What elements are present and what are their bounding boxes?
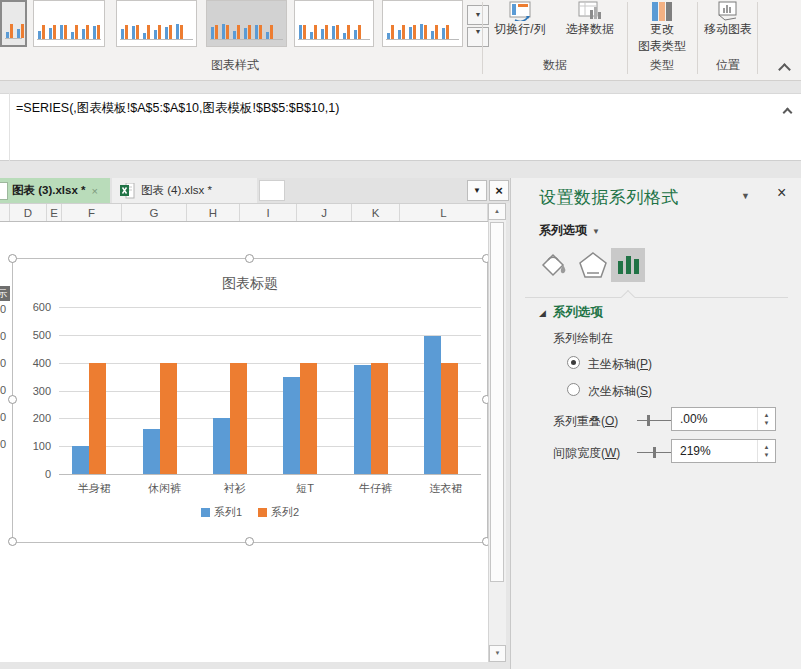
worksheet-area[interactable]: 示 000000 图表标题 0100200300400500600半身裙休闲裤衬… [0, 222, 488, 662]
close-window-button[interactable]: × [489, 180, 509, 201]
y-axis-tick-label: 600 [17, 301, 51, 313]
series-overlap-input[interactable]: .00% ▲▼ [671, 407, 776, 431]
mini-bar [409, 27, 412, 39]
mini-bar [233, 31, 236, 39]
chart-object[interactable]: 图表标题 0100200300400500600半身裙休闲裤衬衫短T牛仔裤连衣裙… [12, 258, 488, 543]
select-data-button[interactable]: 选择数据 [556, 0, 624, 56]
chart-style-thumbnail-2[interactable] [33, 0, 105, 47]
scroll-down-button[interactable]: ▼ [489, 645, 506, 662]
primary-axis-label: 主坐标轴(P) [588, 356, 652, 373]
series-overlap-label: 系列重叠(O) [553, 413, 618, 430]
slider-handle[interactable] [647, 415, 650, 426]
series-overlap-value[interactable]: .00% [680, 412, 707, 426]
mini-bar [82, 29, 85, 39]
effects-tab[interactable] [575, 248, 611, 282]
legend-item[interactable]: 系列2 [258, 505, 299, 520]
series-1-bar-2[interactable] [213, 418, 230, 474]
series-2-bar-1[interactable] [160, 363, 177, 474]
secondary-axis-radio[interactable] [567, 383, 580, 396]
column-header-E[interactable]: E [47, 204, 62, 221]
column-header-stub[interactable] [0, 204, 10, 221]
mini-bar [237, 25, 240, 39]
change-chart-type-button[interactable]: 更改 图表类型 [630, 0, 694, 56]
chart-style-thumbnail-1[interactable] [0, 0, 27, 47]
chart-title[interactable]: 图表标题 [13, 275, 487, 293]
spin-down-icon[interactable]: ▼ [764, 419, 770, 427]
chart-style-thumbnail-4[interactable] [206, 0, 287, 47]
column-header-H[interactable]: H [187, 204, 240, 221]
tab-workbook-3[interactable]: 图表 (3).xlsx * × [0, 178, 110, 203]
series-options-section-header[interactable]: ◢系列选项 [539, 304, 603, 321]
mini-bar [97, 25, 100, 39]
collapse-ribbon-button[interactable] [780, 60, 789, 78]
new-tab-button[interactable] [259, 180, 285, 201]
clipped-chart-element-badge: 示 [0, 286, 10, 301]
triangle-up-icon: ▲ [494, 208, 500, 214]
pane-options-dropdown[interactable]: ▼ [741, 191, 750, 201]
selection-handle[interactable] [8, 254, 17, 263]
spin-up-icon[interactable]: ▲ [764, 411, 770, 419]
legend-item[interactable]: 系列1 [201, 505, 242, 520]
chart-style-thumbnail-5[interactable] [294, 0, 374, 47]
mini-bar [343, 33, 346, 39]
chart-style-thumbnail-6[interactable] [382, 0, 463, 47]
vertical-scrollbar[interactable]: ▼ [488, 220, 506, 662]
series-2-bar-2[interactable] [230, 363, 247, 474]
series-1-bar-1[interactable] [143, 429, 160, 474]
column-header-D[interactable]: D [10, 204, 47, 221]
category-label-3: 短T [270, 481, 340, 496]
column-header-G[interactable]: G [122, 204, 187, 221]
selection-handle[interactable] [8, 395, 17, 404]
column-header-J[interactable]: J [297, 204, 352, 221]
tab-workbook-4[interactable]: 图表 (4).xlsx * [112, 178, 257, 203]
gap-width-label: 间隙宽度(W) [553, 445, 620, 462]
chart-legend[interactable]: 系列1系列2 [13, 505, 487, 520]
series-1-bar-5[interactable] [424, 336, 441, 474]
column-header-K[interactable]: K [352, 204, 400, 221]
mini-bar [6, 32, 9, 38]
collapse-formula-bar-button[interactable] [784, 102, 791, 120]
scrollbar-thumb[interactable] [490, 222, 504, 582]
column-header-F[interactable]: F [62, 204, 122, 221]
series-1-bar-4[interactable] [354, 365, 371, 474]
gap-width-value[interactable]: 219% [680, 444, 711, 458]
mini-bar [226, 25, 229, 39]
series-1-bar-3[interactable] [283, 377, 300, 474]
name-box-sliver [0, 93, 10, 161]
move-chart-label: 移动图表 [700, 21, 756, 38]
slider-handle[interactable] [653, 447, 656, 458]
column-header-L[interactable]: L [400, 204, 488, 221]
selection-handle[interactable] [8, 537, 17, 546]
scroll-up-button[interactable]: ▲ [488, 203, 506, 220]
primary-axis-radio[interactable] [567, 356, 580, 369]
selection-handle[interactable] [245, 537, 254, 546]
mini-bar [259, 25, 262, 39]
move-chart-button[interactable]: 移动图表 [700, 0, 756, 56]
series-2-bar-5[interactable] [441, 363, 458, 474]
switch-row-column-button[interactable]: 切换行/列 [486, 0, 554, 56]
mini-bar [424, 25, 427, 39]
series-2-bar-0[interactable] [89, 363, 106, 474]
series-overlap-slider[interactable] [637, 414, 671, 427]
chart-style-thumbnail-3[interactable] [116, 0, 197, 47]
spin-down-icon[interactable]: ▼ [764, 451, 770, 459]
formula-input[interactable]: =SERIES(,图表模板!$A$5:$A$10,图表模板!$B$5:$B$10… [16, 100, 756, 117]
series-2-bar-4[interactable] [371, 363, 388, 474]
series-1-bar-0[interactable] [72, 446, 89, 474]
spin-up-icon[interactable]: ▲ [764, 443, 770, 451]
gap-width-input[interactable]: 219% ▲▼ [671, 439, 776, 463]
pane-close-button[interactable]: × [777, 184, 786, 202]
fill-line-tab[interactable] [535, 248, 571, 282]
close-tab-icon[interactable]: × [92, 185, 98, 197]
column-header-I[interactable]: I [240, 204, 297, 221]
gap-width-slider[interactable] [637, 446, 671, 459]
series-2-bar-3[interactable] [300, 363, 317, 474]
mini-bar [299, 25, 302, 39]
options-scope-selector[interactable]: 系列选项▼ [539, 222, 600, 239]
chart-area[interactable]: 图表标题 0100200300400500600半身裙休闲裤衬衫短T牛仔裤连衣裙… [13, 259, 487, 542]
series-options-tab[interactable] [611, 248, 645, 282]
pane-divider [525, 297, 788, 298]
y-axis-tick-label: 0 [17, 468, 51, 480]
tab-list-dropdown-button[interactable]: ▼ [467, 180, 487, 201]
selection-handle[interactable] [245, 254, 254, 263]
